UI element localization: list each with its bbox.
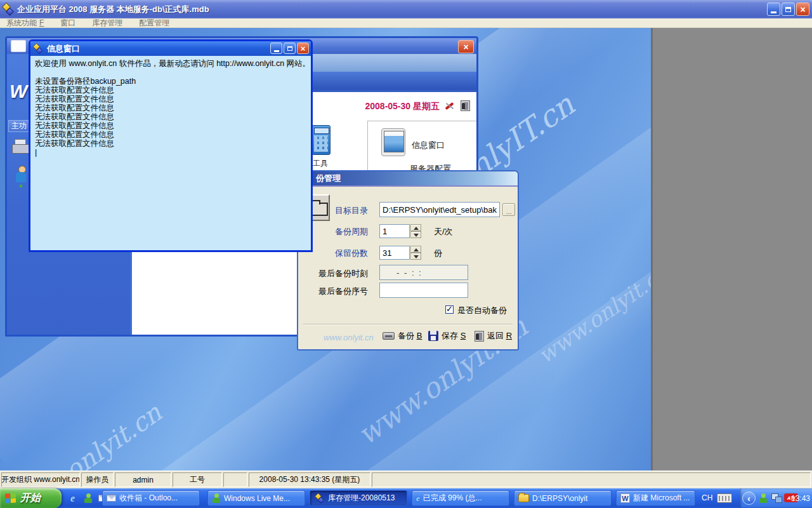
auto-backup-label: 是否自动备份 (457, 305, 507, 316)
taskbar-item-messenger[interactable]: Windows Live Me... (207, 490, 305, 506)
onlyit-link[interactable]: www.onlyit.cn (324, 333, 374, 342)
backup-dialog-title: 份管理 (316, 173, 341, 184)
user-icon[interactable] (15, 166, 29, 189)
screen: 企业应用平台 2008 服务器 本地服务-db\正式库.mdb × 系统功能F … (0, 0, 812, 508)
tray-chevron-icon[interactable]: ‹ (742, 491, 756, 505)
status-operator-label: 操作员 (81, 472, 114, 487)
sidebar-logo: W (10, 81, 27, 102)
printer-icon[interactable] (12, 139, 29, 154)
taskbar: 开始 e 收件箱 - Outloo... Windows Live Me... … (0, 488, 812, 508)
keep-input[interactable]: 31 (379, 246, 410, 260)
message-line: 欢迎使用 www.onlyit.cn 软件作品，最新动态请访问 http://w… (35, 59, 306, 68)
taskbar-item-inventory[interactable]: 库存管理-20080513 (310, 490, 407, 506)
menu-system[interactable]: 系统功能F (6, 18, 44, 29)
ie-icon: e (416, 493, 420, 504)
backup-dialog-titlebar: 份管理 (298, 171, 518, 187)
message-line: 无法获取配置文件信息 (35, 139, 306, 148)
taskbar-item-inbox[interactable]: 收件箱 - Outloo... (102, 490, 200, 506)
info-window-item-label[interactable]: 信息窗口 (412, 140, 445, 151)
keyboard-icon[interactable] (717, 493, 732, 503)
cycle-input[interactable]: 1 (379, 224, 410, 238)
message-line: 无法获取配置文件信息 (35, 112, 306, 121)
message-line: 无法获取配置文件信息 (35, 121, 306, 130)
menu-window[interactable]: 窗口 (60, 18, 75, 29)
info-message-area[interactable]: 欢迎使用 www.onlyit.cn 软件作品，最新动态请访问 http://w… (30, 56, 311, 250)
calculator-icon[interactable] (311, 125, 331, 155)
status-operator-value: admin (115, 472, 171, 487)
navigator-titlebar-icon (11, 40, 26, 52)
message-line: 未设置备份路径backup_path (35, 77, 306, 86)
restore-button[interactable] (782, 3, 795, 16)
current-date: 2008-05-30 星期五 (365, 101, 440, 112)
app-logo-icon (315, 494, 324, 503)
info-close-button[interactable]: × (297, 43, 309, 54)
auto-backup-checkbox[interactable] (445, 305, 454, 314)
status-empty-panel (372, 472, 811, 487)
browse-button[interactable]: ... (502, 203, 515, 216)
tray-messenger-icon[interactable] (759, 493, 768, 503)
close-button[interactable]: × (796, 3, 809, 16)
status-worker-label: 工号 (173, 472, 222, 487)
menu-bar: 系统功能F 窗口 库存管理 配置管理 (0, 18, 812, 28)
taskbar-item-folder[interactable]: D:\ERPSY\onlyit (514, 490, 612, 506)
target-dir-label: 目标目录 (322, 205, 368, 217)
grid-divider (367, 121, 476, 121)
return-button[interactable]: 返回 R (475, 330, 512, 342)
start-button[interactable]: 开始 (0, 488, 62, 508)
language-indicator[interactable]: CH (702, 493, 712, 502)
message-line: 无法获取配置文件信息 (35, 130, 306, 139)
message-line: 无法获取配置文件信息 (35, 104, 306, 112)
tool-item-label[interactable]: 工具 (313, 158, 328, 169)
exit-icon[interactable] (461, 100, 470, 111)
menu-inventory[interactable]: 库存管理 (92, 18, 122, 29)
taskbar-item-word[interactable]: W 新建 Microsoft ... (616, 490, 695, 506)
dialog-separator (303, 324, 513, 325)
backup-disk-icon (383, 332, 395, 340)
text-cursor: | (35, 148, 306, 157)
backup-dialog: 份管理 目标目录 D:\ERPSY\onlyit\edt_setup\bak .… (297, 170, 519, 351)
info-window-titlebar: 信息窗口 × (30, 41, 311, 56)
outlook-inbox-icon (107, 495, 116, 502)
last-seq-field[interactable] (379, 283, 468, 298)
tray-clock[interactable]: 13:43 (791, 494, 810, 503)
last-time-label: 最后备份时刻 (313, 268, 368, 279)
minimize-button[interactable] (767, 3, 780, 16)
app-logo-icon (33, 44, 42, 53)
status-bar: 开发组织 www.onlyit.cn 操作员 admin 工号 2008-05-… (0, 471, 812, 488)
target-dir-input[interactable]: D:\ERPSY\onlyit\edt_setup\bak (379, 202, 500, 217)
windows-flag-icon (5, 493, 16, 504)
message-line (35, 68, 306, 77)
quicklaunch-ie-icon[interactable]: e (67, 493, 78, 504)
save-button[interactable]: 保存 S (428, 330, 466, 342)
message-line: 无法获取配置文件信息 (35, 95, 306, 104)
tools-icon[interactable] (443, 100, 455, 112)
status-datetime: 2008-05-30 13:43:35 (星期五) (249, 472, 370, 487)
navigator-close-button[interactable]: × (458, 40, 474, 53)
status-org: 开发组织 www.onlyit.cn (1, 472, 80, 487)
app-logo-icon (3, 4, 13, 15)
message-line: 无法获取配置文件信息 (35, 86, 306, 95)
info-window-title: 信息窗口 (47, 43, 80, 55)
info-window: 信息窗口 × 欢迎使用 www.onlyit.cn 软件作品，最新动态请访问 h… (29, 39, 313, 252)
word-icon: W (620, 493, 630, 503)
info-maximize-button[interactable] (284, 43, 296, 54)
info-window-icon[interactable] (381, 128, 405, 156)
menu-config[interactable]: 配置管理 (139, 18, 169, 29)
cycle-spinner[interactable] (410, 224, 421, 238)
keep-spinner[interactable] (410, 246, 421, 260)
main-window-titlebar: 企业应用平台 2008 服务器 本地服务-db\正式库.mdb × (0, 0, 812, 18)
info-minimize-button[interactable] (270, 43, 282, 54)
backup-button[interactable]: 备份 B (383, 330, 422, 342)
folder-icon (518, 494, 529, 502)
taskbar-item-download[interactable]: e 已完成 99% (总... (412, 490, 509, 506)
keep-unit: 份 (434, 248, 442, 259)
cycle-label: 备份周期 (322, 226, 368, 237)
save-floppy-icon (428, 331, 438, 341)
system-tray: ‹ ATI 13:43 (740, 488, 812, 508)
mdi-client-gray-area (651, 28, 812, 471)
quicklaunch-messenger-icon[interactable] (82, 493, 93, 504)
tray-network-icon[interactable] (771, 493, 782, 502)
return-exit-icon (475, 331, 484, 342)
last-seq-label: 最后备份序号 (313, 286, 368, 297)
keep-label: 保留份数 (322, 248, 368, 259)
